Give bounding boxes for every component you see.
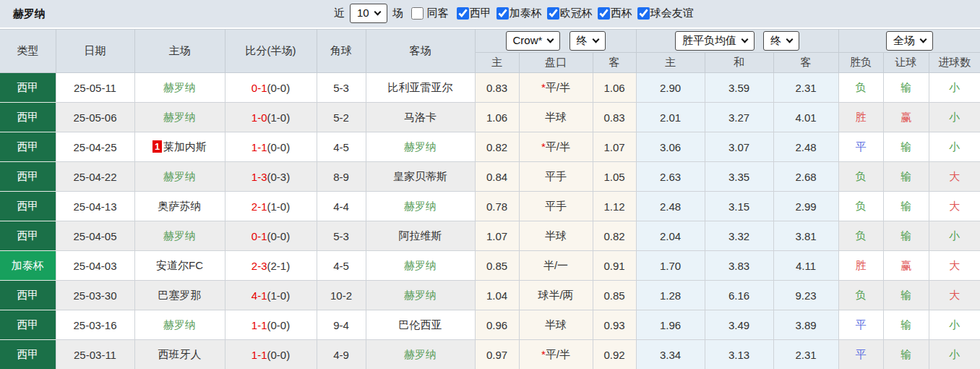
- odds-stage-select[interactable]: 终: [569, 31, 606, 51]
- same-venue-checkbox[interactable]: [411, 7, 424, 20]
- avg-home-cell: 1.70: [636, 251, 705, 281]
- avg-home-cell: 2.90: [636, 73, 705, 103]
- avg-home-cell: 2.01: [636, 103, 705, 132]
- halftime-score: (0-0): [267, 82, 291, 94]
- filter-checkbox-laliga[interactable]: [457, 7, 469, 20]
- away-team-link[interactable]: 比利亚雷亚尔: [388, 81, 453, 93]
- away-team-cell: 赫罗纳: [366, 281, 475, 310]
- score-cell: 1-1(0-0): [225, 132, 317, 162]
- avg-company-select[interactable]: 胜平负均值: [675, 31, 755, 51]
- away-team-cell: 阿拉维斯: [366, 221, 475, 251]
- result-cell: 负: [838, 162, 883, 192]
- avg-group-header: 胜平负均值 终: [636, 30, 838, 53]
- result-cell: 负: [838, 281, 883, 310]
- away-team-link[interactable]: 赫罗纳: [404, 289, 437, 301]
- league-type-cell: 西甲: [0, 73, 56, 103]
- filter-label-laliga: 西甲: [470, 7, 491, 20]
- table-row: 加泰杯 25-04-03 安道尔FC 2-3(2-1) 4-5 赫罗纳 0.85…: [0, 251, 980, 281]
- handicap-result-cell: 输: [883, 132, 929, 162]
- handicap-result-cell: 输: [883, 73, 929, 103]
- home-team-link[interactable]: 赫罗纳: [163, 229, 196, 242]
- table-row: 西甲 25-04-22 赫罗纳 1-3(0-3) 8-9 皇家贝蒂斯 0.84 …: [0, 162, 980, 192]
- odds-away-cell: 0.92: [593, 340, 636, 369]
- filter-checkbox-ucl[interactable]: [547, 7, 559, 20]
- handicap-result-cell: 输: [883, 192, 929, 221]
- avg-draw-cell: 3.15: [705, 192, 773, 221]
- avg-home-cell: 2.48: [636, 192, 705, 221]
- away-team-link[interactable]: 赫罗纳: [404, 140, 437, 153]
- avg-draw-cell: 3.83: [705, 251, 773, 281]
- col-header-type: 类型: [0, 30, 56, 73]
- odds-away-cell: 0.83: [593, 103, 636, 132]
- table-row: 西甲 25-05-11 赫罗纳 0-1(0-0) 5-3 比利亚雷亚尔 0.83…: [0, 73, 980, 103]
- odds-away-cell: 1.12: [593, 192, 636, 221]
- avg-home-cell: 2.04: [636, 221, 705, 251]
- halftime-score: (1-0): [267, 200, 291, 213]
- odds-company-value: Crow*: [513, 34, 543, 47]
- away-team-link[interactable]: 赫罗纳: [404, 348, 437, 360]
- col-header-home: 主场: [134, 30, 225, 73]
- result-cell: 负: [838, 221, 883, 251]
- odds-company-select[interactable]: Crow*: [506, 31, 561, 51]
- col-header-corner: 角球: [317, 30, 366, 73]
- result-cell: 负: [838, 192, 883, 221]
- avg-home-cell: 3.06: [636, 132, 705, 162]
- home-team-link[interactable]: 西班牙人: [158, 348, 202, 360]
- filter-checkbox-copa[interactable]: [598, 7, 610, 20]
- away-team-link[interactable]: 皇家贝蒂斯: [393, 170, 447, 182]
- handicap-cell: 半球: [519, 221, 593, 251]
- score-cell: 1-1(0-0): [225, 310, 317, 340]
- scope-select[interactable]: 全场: [886, 31, 933, 51]
- chevron-down-icon: [786, 36, 794, 43]
- home-team-link[interactable]: 赫罗纳: [163, 111, 196, 123]
- home-team-link[interactable]: 莱加内斯: [163, 140, 207, 153]
- fulltime-score: 1-0: [252, 111, 267, 124]
- fulltime-score: 0-1: [252, 230, 267, 242]
- sub-header-handicap: 盘口: [519, 53, 593, 73]
- odds-home-cell: 0.84: [475, 162, 519, 192]
- away-team-link[interactable]: 阿拉维斯: [399, 229, 442, 242]
- recent-count-select[interactable]: 10: [350, 4, 387, 23]
- avg-stage-select[interactable]: 终: [763, 31, 799, 51]
- handicap-cell: 平手: [519, 192, 593, 221]
- away-team-link[interactable]: 巴伦西亚: [399, 318, 442, 331]
- goals-cell: 小: [929, 103, 980, 132]
- result-cell: 平: [838, 340, 883, 369]
- odds-home-cell: 0.97: [475, 340, 519, 369]
- home-team-cell: 巴塞罗那: [134, 281, 225, 310]
- avg-away-cell: 2.48: [773, 132, 838, 162]
- date-cell: 25-04-22: [56, 162, 134, 192]
- avg-away-cell: 2.31: [773, 340, 838, 369]
- handicap-text: 球半/两: [538, 289, 573, 301]
- handicap-text: 平/半: [546, 140, 570, 153]
- fulltime-score: 1-1: [252, 141, 267, 153]
- corner-cell: 4-5: [317, 132, 366, 162]
- odds-away-cell: 0.85: [593, 281, 636, 310]
- away-team-link[interactable]: 赫罗纳: [404, 259, 437, 271]
- halftime-score: (2-1): [267, 260, 291, 272]
- filter-checkbox-friendly[interactable]: [637, 7, 650, 20]
- home-team-link[interactable]: 赫罗纳: [163, 318, 196, 331]
- league-type-cell: 西甲: [0, 281, 56, 310]
- home-team-link[interactable]: 赫罗纳: [163, 170, 196, 182]
- result-group-header: 全场: [838, 30, 980, 53]
- home-team-link[interactable]: 安道尔FC: [156, 259, 203, 271]
- filter-checkbox-catalan-cup[interactable]: [497, 7, 509, 20]
- avg-draw-cell: 3.49: [705, 310, 773, 340]
- league-type-cell: 西甲: [0, 192, 56, 221]
- home-team-link[interactable]: 巴塞罗那: [158, 289, 202, 301]
- handicap-text: 半球: [545, 229, 567, 242]
- corner-cell: 8-9: [317, 162, 366, 192]
- away-team-link[interactable]: 赫罗纳: [404, 200, 437, 212]
- odds-home-cell: 0.85: [475, 251, 519, 281]
- sub-header-handicap-result: 让球: [883, 53, 929, 73]
- home-team-link[interactable]: 赫罗纳: [163, 81, 196, 93]
- handicap-text: 平/半: [546, 81, 570, 93]
- corner-cell: 10-2: [317, 281, 366, 310]
- handicap-result-cell: 赢: [883, 103, 929, 132]
- date-cell: 25-04-25: [56, 132, 134, 162]
- away-team-link[interactable]: 马洛卡: [404, 111, 437, 123]
- col-header-score: 比分(半场): [225, 30, 317, 73]
- home-team-link[interactable]: 奥萨苏纳: [158, 200, 202, 212]
- date-cell: 25-04-13: [56, 192, 134, 221]
